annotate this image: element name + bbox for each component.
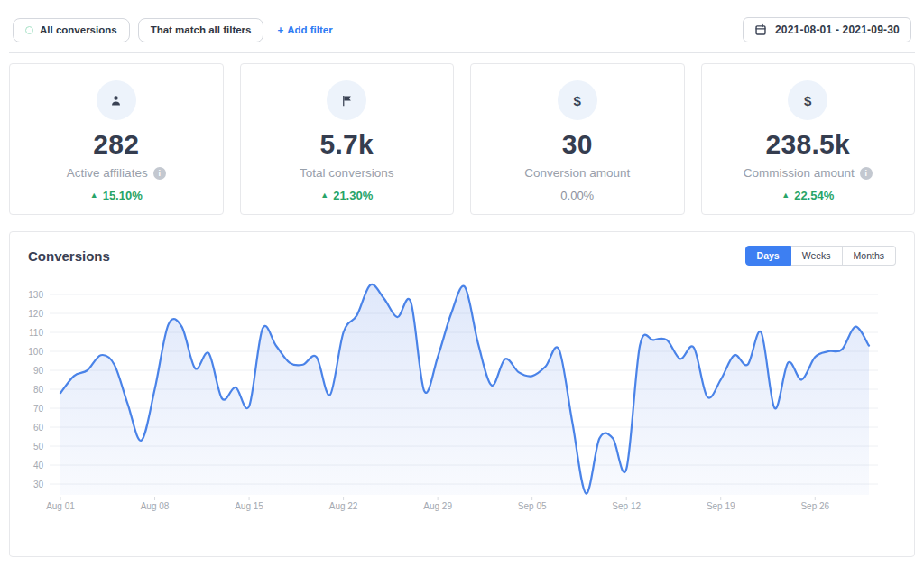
info-icon[interactable]: i xyxy=(860,167,873,180)
svg-text:Aug 01: Aug 01 xyxy=(46,501,75,511)
conversions-panel-header: Conversions Days Weeks Months xyxy=(10,232,914,269)
user-icon xyxy=(97,80,136,120)
stat-label: Conversion amount xyxy=(471,166,684,180)
dollar-glyph: $ xyxy=(804,93,811,108)
stat-cards-row: 282 Active affiliates i ▲ 15.10% 5.7k To… xyxy=(9,63,915,215)
stat-delta-value: 22.54% xyxy=(794,189,834,202)
info-icon[interactable]: i xyxy=(153,167,166,180)
svg-text:80: 80 xyxy=(33,385,44,395)
flag-icon xyxy=(327,80,366,120)
match-all-filters-label: That match all filters xyxy=(151,24,252,35)
match-all-filters-button[interactable]: That match all filters xyxy=(138,18,264,42)
stat-value: 5.7k xyxy=(241,129,454,160)
conversions-panel: Conversions Days Weeks Months 3040506070… xyxy=(9,231,915,557)
svg-text:50: 50 xyxy=(33,442,44,452)
svg-text:Sep 26: Sep 26 xyxy=(800,501,829,511)
svg-text:110: 110 xyxy=(29,328,43,338)
dollar-glyph: $ xyxy=(574,93,581,108)
stat-label-text: Commission amount xyxy=(744,166,855,180)
x-axis-labels: Aug 01Aug 08Aug 15Aug 22Aug 29Sep 05Sep … xyxy=(46,501,829,511)
stat-card-total-conversions: 5.7k Total conversions ▲ 21.30% xyxy=(240,63,455,215)
period-toggle: Days Weeks Months xyxy=(745,246,896,266)
panel-title: Conversions xyxy=(28,248,110,264)
svg-text:130: 130 xyxy=(28,290,43,300)
calendar-icon xyxy=(754,23,767,36)
svg-text:Aug 15: Aug 15 xyxy=(235,501,263,511)
filter-toolbar: All conversions That match all filters +… xyxy=(9,0,915,53)
stat-delta-value: 21.30% xyxy=(333,189,373,202)
add-filter-label: Add filter xyxy=(287,24,332,35)
stat-card-commission-amount: $ 238.5k Commission amount i ▲ 22.54% xyxy=(701,63,916,215)
date-range-picker[interactable]: 2021-08-01 - 2021-09-30 xyxy=(743,17,911,42)
all-conversions-button[interactable]: All conversions xyxy=(13,18,130,42)
add-filter-button[interactable]: + Add filter xyxy=(277,24,332,35)
stat-card-active-affiliates: 282 Active affiliates i ▲ 15.10% xyxy=(9,63,224,215)
y-axis-labels: 30405060708090100110120130 xyxy=(28,290,43,489)
conversions-area-fill xyxy=(60,284,869,495)
stat-label: Total conversions xyxy=(241,166,454,180)
stat-delta-value: 15.10% xyxy=(103,189,143,202)
svg-text:Sep 19: Sep 19 xyxy=(707,501,735,511)
stat-value: 282 xyxy=(10,129,223,160)
x-axis-ticks xyxy=(60,497,815,500)
svg-text:100: 100 xyxy=(28,347,43,357)
tab-weeks[interactable]: Weeks xyxy=(791,246,843,266)
stat-value: 238.5k xyxy=(702,129,915,160)
svg-text:120: 120 xyxy=(28,309,43,319)
svg-text:70: 70 xyxy=(33,404,44,414)
date-range-value: 2021-08-01 - 2021-09-30 xyxy=(775,23,900,36)
stat-label-text: Active affiliates xyxy=(67,166,148,180)
stat-value: 30 xyxy=(471,129,684,160)
svg-text:40: 40 xyxy=(33,461,44,471)
svg-text:Aug 29: Aug 29 xyxy=(423,501,452,511)
plus-icon: + xyxy=(277,24,283,35)
up-arrow-icon: ▲ xyxy=(320,191,328,200)
up-arrow-icon: ▲ xyxy=(781,191,790,200)
all-conversions-label: All conversions xyxy=(40,24,117,35)
status-circle-icon xyxy=(25,26,33,34)
svg-text:60: 60 xyxy=(33,423,44,433)
up-arrow-icon: ▲ xyxy=(90,191,98,200)
dollar-icon: $ xyxy=(788,80,827,120)
svg-text:Sep 12: Sep 12 xyxy=(612,501,641,511)
svg-text:90: 90 xyxy=(33,366,44,376)
stat-label: Commission amount i xyxy=(702,166,915,180)
tab-months[interactable]: Months xyxy=(843,246,896,266)
dollar-icon: $ xyxy=(558,80,597,120)
conversions-area-chart[interactable]: 30405060708090100110120130Aug 01Aug 08Au… xyxy=(23,273,903,518)
svg-text:Aug 22: Aug 22 xyxy=(329,501,358,511)
stat-label-text: Total conversions xyxy=(300,166,393,180)
stat-delta-value: 0.00% xyxy=(560,189,594,202)
conversions-chart[interactable]: 30405060708090100110120130Aug 01Aug 08Au… xyxy=(10,269,914,522)
stat-delta: 0.00% xyxy=(471,189,684,202)
stat-delta: ▲ 21.30% xyxy=(241,189,454,202)
svg-text:Sep 05: Sep 05 xyxy=(518,501,547,511)
stat-delta: ▲ 22.54% xyxy=(702,189,915,202)
svg-text:30: 30 xyxy=(33,480,44,489)
stat-card-conversion-amount: $ 30 Conversion amount 0.00% xyxy=(470,63,685,215)
stat-label: Active affiliates i xyxy=(10,166,223,180)
stat-delta: ▲ 15.10% xyxy=(10,189,223,202)
tab-days[interactable]: Days xyxy=(745,246,791,266)
stat-label-text: Conversion amount xyxy=(524,166,630,180)
svg-text:Aug 08: Aug 08 xyxy=(141,501,170,511)
